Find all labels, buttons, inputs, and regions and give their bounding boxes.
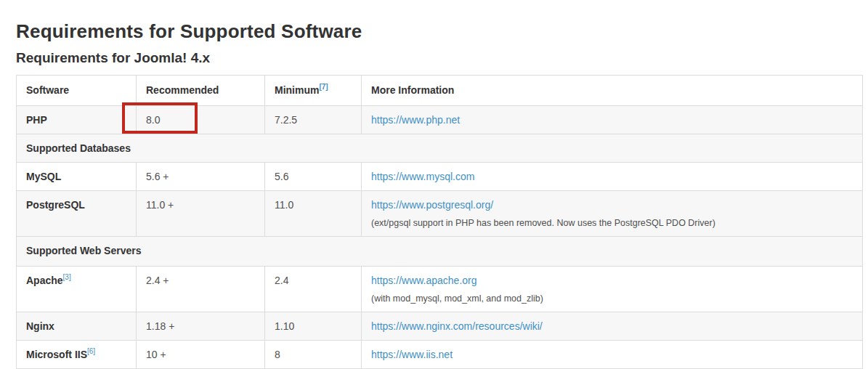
software-name-nginx: Nginx [17, 312, 137, 341]
mysql-link[interactable]: https://www.mysql.com [371, 171, 474, 182]
software-name-postgresql: PostgreSQL [17, 191, 137, 237]
apache-recommended: 2.4 + [137, 267, 265, 312]
software-name-iis: Microsoft IIS [26, 349, 87, 360]
nginx-more-info: https://www.nginx.com/resources/wiki/ [362, 312, 863, 341]
mysql-more-info: https://www.mysql.com [362, 163, 863, 191]
footnote-6-link[interactable]: [6] [87, 347, 95, 355]
page-title: Requirements for Supported Software [16, 20, 362, 43]
table-row-nginx: Nginx 1.18 + 1.10 https://www.nginx.com/… [17, 312, 863, 341]
table-header-row: Software Recommended Minimum[7] More Inf… [17, 76, 863, 106]
page: Requirements for Supported Software Requ… [0, 0, 868, 369]
php-minimum: 7.2.5 [265, 106, 362, 134]
section-row-web-servers: Supported Web Servers [17, 237, 863, 267]
mysql-recommended: 5.6 + [137, 163, 265, 191]
col-header-software: Software [17, 76, 137, 106]
php-recommended: 8.0 [137, 106, 265, 134]
table-row-mysql: MySQL 5.6 + 5.6 https://www.mysql.com [17, 163, 863, 191]
software-name-apache: Apache [26, 275, 63, 286]
iis-recommended: 10 + [137, 341, 265, 369]
postgresql-recommended: 11.0 + [137, 191, 265, 237]
software-name-php: PHP [17, 106, 137, 134]
iis-more-info: https://www.iis.net [362, 341, 863, 369]
col-header-more-information: More Information [362, 76, 863, 106]
postgresql-more-info: https://www.postgresql.org/ (ext/pgsql s… [362, 191, 863, 237]
postgresql-minimum: 11.0 [265, 191, 362, 237]
section-title: Requirements for Joomla! 4.x [16, 50, 210, 66]
table-row-microsoft-iis: Microsoft IIS[6] 10 + 8 https://www.iis.… [17, 341, 863, 369]
mysql-minimum: 5.6 [265, 163, 362, 191]
iis-software-cell: Microsoft IIS[6] [17, 341, 137, 369]
table-row-apache: Apache[3] 2.4 + 2.4 https://www.apache.o… [17, 267, 863, 312]
apache-note: (with mod_mysql, mod_xml, and mod_zlib) [371, 293, 855, 304]
postgresql-link[interactable]: https://www.postgresql.org/ [371, 199, 493, 211]
iis-minimum: 8 [265, 341, 362, 369]
section-row-databases: Supported Databases [17, 134, 863, 163]
section-label-databases: Supported Databases [17, 134, 863, 163]
nginx-minimum: 1.10 [265, 312, 362, 341]
postgresql-note: (ext/pgsql support in PHP has been remov… [371, 218, 855, 229]
col-header-recommended: Recommended [137, 76, 265, 106]
apache-software-cell: Apache[3] [17, 267, 137, 312]
table-row-postgresql: PostgreSQL 11.0 + 11.0 https://www.postg… [17, 191, 863, 237]
footnote-7-link[interactable]: [7] [319, 83, 328, 91]
table-row-php: PHP 8.0 7.2.5 https://www.php.net [17, 106, 863, 134]
apache-minimum: 2.4 [265, 267, 362, 312]
nginx-link[interactable]: https://www.nginx.com/resources/wiki/ [371, 320, 543, 332]
requirements-table: Software Recommended Minimum[7] More Inf… [16, 75, 863, 369]
apache-more-info: https://www.apache.org (with mod_mysql, … [362, 267, 863, 312]
col-header-minimum-label: Minimum [275, 84, 319, 96]
php-more-info: https://www.php.net [362, 106, 863, 134]
iis-link[interactable]: https://www.iis.net [371, 349, 453, 360]
nginx-recommended: 1.18 + [137, 312, 265, 341]
apache-link[interactable]: https://www.apache.org [371, 275, 477, 286]
col-header-minimum: Minimum[7] [265, 76, 362, 106]
php-link[interactable]: https://www.php.net [371, 114, 460, 126]
software-name-mysql: MySQL [17, 163, 137, 191]
section-label-web-servers: Supported Web Servers [17, 237, 863, 267]
footnote-3-link[interactable]: [3] [63, 273, 71, 281]
